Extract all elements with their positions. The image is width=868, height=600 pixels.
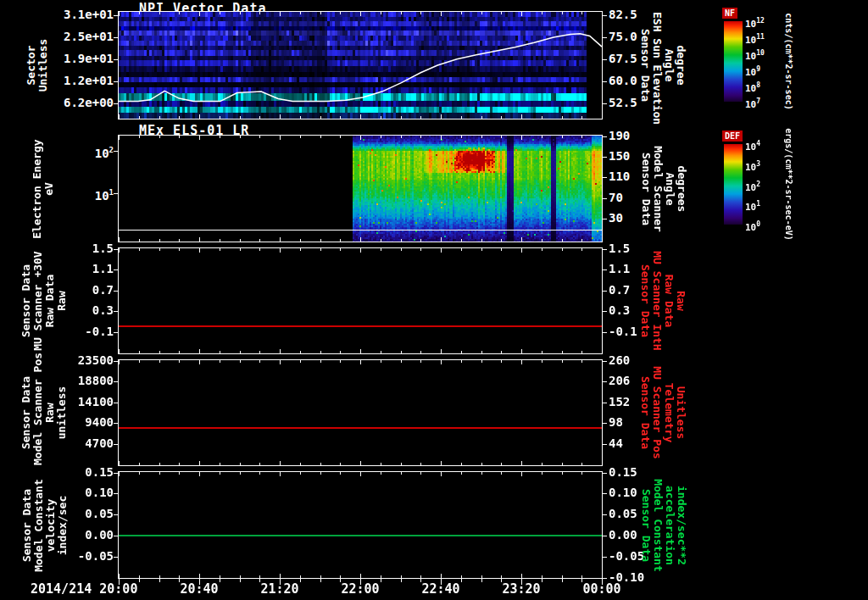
x-tick-bottom [300,239,301,242]
x-tick-bottom [179,463,180,465]
x-tick-label: 22:00 [341,581,380,597]
x-axis-tick [562,579,563,582]
x-tick-bottom [381,575,381,578]
x-tick-bottom [220,351,220,353]
colorbar-def [724,144,743,225]
x-axis-tick [240,579,241,582]
x-tick-top [521,472,522,476]
y-tick-left [114,37,119,38]
x-tick-top [220,12,220,14]
x-tick-top [581,472,582,475]
x-tick-top [139,360,140,363]
x-tick-bottom [280,574,281,578]
panel-box-3 [118,247,603,354]
series-line-mu-scanner-30v-raw [119,325,602,327]
x-tick-top [461,360,462,363]
colorbar-nf [724,21,743,102]
x-tick-top [562,472,563,475]
x-tick-bottom [461,239,462,242]
x-tick-top [139,12,140,14]
x-tick-bottom [602,237,603,242]
x-tick-top [501,12,502,14]
x-tick-top [521,360,522,364]
x-tick-top [340,136,341,138]
x-tick-bottom [481,463,482,465]
x-tick-top [220,136,220,138]
x-tick-bottom [199,237,200,242]
x-tick-bottom [360,461,361,465]
x-tick-top [360,12,361,16]
x-tick-bottom [360,237,361,242]
panel-box-2 [118,135,603,242]
x-tick-bottom [420,463,421,465]
y-tick-right [602,444,607,445]
x-tick-label: 00:00 [582,581,621,597]
x-tick-bottom [320,351,321,353]
x-tick-bottom [199,114,200,119]
x-tick-bottom [581,463,582,465]
x-tick-bottom [340,116,341,119]
x-tick-bottom [139,351,140,353]
x-tick-top [602,360,603,364]
x-tick-top [259,12,260,14]
y-tick-right [602,381,607,382]
x-tick-bottom [521,461,522,465]
x-tick-bottom [562,116,563,119]
series-line-model-scanner-pos-raw [119,427,602,429]
y-tick-left [114,514,119,515]
y-tick-right [602,493,607,494]
x-tick-bottom [280,114,281,119]
x-tick-bottom [602,461,603,465]
x-tick-bottom [300,116,301,119]
x-tick-bottom [240,239,241,242]
x-tick-top [139,248,140,251]
y-axis-title-right: degreesAngleModel ScannerSensor Data [640,136,687,242]
x-tick-top [119,248,120,253]
x-tick-top [159,472,160,475]
x-tick-top [179,472,180,475]
y-tick-label-left: 101 [49,186,114,203]
x-tick-bottom [159,239,160,242]
x-tick-top [119,136,120,140]
x-tick-top [501,472,502,475]
x-tick-top [139,472,140,475]
x-tick-bottom [581,575,582,578]
x-tick-bottom [562,351,563,353]
y-axis-title-left: Sensor DataMU Scanner +30VRaw DataRaw [20,248,68,353]
colorbar-tick-label: 108 [745,81,760,94]
x-tick-top [199,472,200,476]
x-tick-top [259,248,260,251]
x-tick-bottom [542,239,542,242]
x-tick-top [420,136,421,138]
x-tick-bottom [300,351,301,353]
x-tick-bottom [521,237,522,242]
x-tick-bottom [280,461,281,465]
x-tick-top [542,136,542,138]
y-tick-right [602,198,607,199]
x-tick-top [320,12,321,14]
x-tick-top [581,12,582,14]
x-tick-bottom [381,116,381,119]
x-tick-bottom [401,575,402,578]
y-tick-left [114,493,119,494]
x-tick-top [501,136,502,138]
x-tick-top [159,136,160,138]
x-tick-bottom [259,116,260,119]
x-tick-bottom [481,351,482,353]
colorbar-tick-label: 107 [745,97,760,110]
x-tick-bottom [501,239,502,242]
x-tick-top [461,472,462,475]
x-tick-top [340,360,341,363]
x-tick-bottom [401,351,402,353]
y-axis-title-right: index/sec**2accelerationModel ConstantSe… [640,473,687,579]
x-tick-top [401,360,402,363]
x-tick-top [441,360,442,364]
y-tick-left [114,536,119,536]
y-tick-right [602,332,607,333]
x-tick-bottom [381,463,381,465]
y-tick-left [114,81,119,82]
x-tick-top [562,248,563,251]
x-tick-top [481,360,482,363]
x-tick-top [381,136,381,138]
x-tick-bottom [340,351,341,353]
